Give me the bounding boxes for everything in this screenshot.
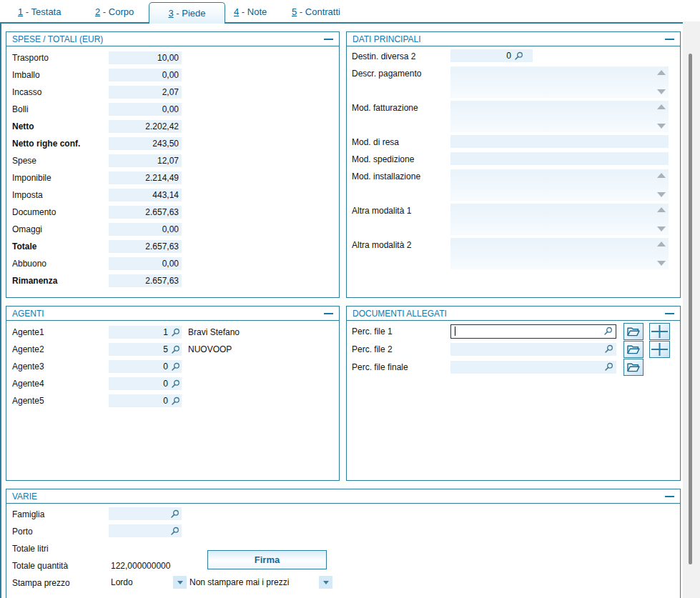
search-icon[interactable] [171,397,180,406]
mod-fatturazione-textarea[interactable] [450,101,669,132]
tab-corpo[interactable]: 2 - Corpo [95,6,134,17]
tab-note[interactable]: 4 - Note [234,6,267,17]
search-icon[interactable] [171,328,180,337]
tab-contratti[interactable]: 5 - Contratti [292,6,340,17]
field-label: Agente3 [6,362,109,372]
scrollbar-thumb[interactable] [689,54,692,564]
add-file-button[interactable] [649,323,670,340]
scroll-down-icon[interactable] [657,89,666,94]
altra-modalita-1-textarea[interactable] [450,204,669,235]
field-label: Agente2 [6,344,109,354]
add-file-button[interactable] [649,341,670,358]
search-icon[interactable] [604,344,613,354]
panel-dati-header: DATI PRINCIPALI [347,32,680,46]
row-incasso: Incasso2,07 [6,84,339,101]
descr-pagamento-label: Descr. pagamento [352,69,421,79]
scroll-down-icon[interactable] [657,226,666,231]
abbuono-field[interactable]: 0,00 [109,257,182,270]
stampa-prezzo-select[interactable]: Lordo [109,576,187,589]
agente1-name: Bravi Stefano [188,327,240,337]
porto-field[interactable] [109,524,182,537]
trasporto-field[interactable]: 10,00 [109,51,182,64]
row-agente1: Agente11Bravi Stefano [6,324,339,341]
agente3-field[interactable]: 0 [109,360,182,373]
scroll-up-icon[interactable] [657,70,666,75]
scroll-down-icon[interactable] [657,192,666,197]
search-icon[interactable] [171,345,180,354]
netto-field[interactable]: 2.202,42 [109,120,182,133]
field-label: Netto righe conf. [6,139,109,149]
scroll-up-icon[interactable] [657,241,666,246]
incasso-field[interactable]: 2,07 [109,86,182,99]
famiglia-field[interactable] [109,507,182,520]
scroll-down-icon[interactable] [657,124,666,129]
perc-file-finale-input[interactable] [450,361,616,374]
search-icon[interactable] [171,362,180,372]
panel-agenti-header: AGENTI [6,307,339,321]
perc-file-1-input[interactable] [450,324,616,339]
browse-folder-button[interactable] [623,359,644,376]
imballo-field[interactable]: 0,00 [109,69,182,81]
agente5-field[interactable]: 0 [109,394,182,407]
panel-agenti: AGENTI Agente11Bravi StefanoAgente25NUOV… [6,306,340,481]
stampa-prezzo-mode-select[interactable]: Non stampare mai i prezzi [187,576,332,589]
browse-folder-button[interactable] [623,341,644,358]
search-icon[interactable] [603,327,613,336]
panel-documenti-allegati: DOCUMENTI ALLEGATI Perc. file 1Perc. fil… [346,306,681,481]
search-icon[interactable] [170,527,179,536]
agente4-field[interactable]: 0 [109,377,182,390]
plus-icon [651,343,668,356]
mod-installazione-textarea[interactable] [450,169,669,201]
tab-testata[interactable]: 1 - Testata [18,6,61,17]
scroll-up-icon[interactable] [657,173,666,178]
collapse-icon[interactable] [665,313,674,314]
rimanenza-field[interactable]: 2.657,63 [109,274,182,287]
totale-field[interactable]: 2.657,63 [109,240,182,253]
tab-piede[interactable]: 3 - Piede [149,2,225,24]
agente1-field[interactable]: 1 [109,326,182,339]
netto-righe-conf-field[interactable]: 243,50 [109,137,182,150]
dropdown-button[interactable] [173,576,187,589]
scroll-up-icon[interactable] [657,207,666,212]
scroll-down-icon[interactable] [657,261,666,266]
search-icon[interactable] [170,509,179,519]
browse-folder-button[interactable] [623,323,644,340]
mod-di-resa-label: Mod. di resa [352,137,399,147]
imponibile-field[interactable]: 2.214,49 [109,171,182,184]
perc-file-2-input[interactable] [450,343,616,356]
row-totale: Totale2.657,63 [6,238,339,255]
agente2-field[interactable]: 5 [109,343,182,356]
scroll-up-icon[interactable] [657,104,666,109]
field-label: Perc. file 1 [347,327,450,337]
vertical-scrollbar[interactable] [683,21,700,598]
altra-modalita-2-textarea[interactable] [450,238,669,269]
mod-fatturazione-label: Mod. fatturazione [352,103,418,113]
field-label: Incasso [6,87,109,97]
collapse-icon[interactable] [324,39,333,40]
collapse-icon[interactable] [324,313,333,314]
collapse-icon[interactable] [665,496,674,497]
destin-diversa-2-field[interactable]: 0 [450,49,533,62]
collapse-icon[interactable] [665,39,674,40]
firma-button[interactable]: Firma [207,550,327,569]
search-icon[interactable] [604,362,613,372]
porto-label: Porto [12,527,33,537]
panel-dati-principali: DATI PRINCIPALI Destin. diversa 20Descr.… [346,31,681,298]
bolli-field[interactable]: 0,00 [109,103,182,116]
omaggi-field[interactable]: 0,00 [109,223,182,236]
search-icon[interactable] [514,51,523,61]
mod-spedizione-field[interactable] [450,152,669,165]
panel-documenti-title: DOCUMENTI ALLEGATI [353,309,665,319]
search-icon[interactable] [171,379,180,389]
descr-pagamento-textarea[interactable] [450,66,669,98]
dropdown-button[interactable] [319,576,332,589]
mod-installazione-label: Mod. installazione [352,171,420,181]
imposta-field[interactable]: 443,14 [109,189,182,201]
mod-di-resa-field[interactable] [450,135,669,148]
documento-field[interactable]: 2.657,63 [109,206,182,219]
row-imposta: Imposta443,14 [6,186,339,204]
field-label: Spese [6,156,109,166]
chevron-down-icon [323,581,329,584]
spese-field[interactable]: 12,07 [109,154,182,167]
totale-litri-label: Totale litri [12,544,49,554]
